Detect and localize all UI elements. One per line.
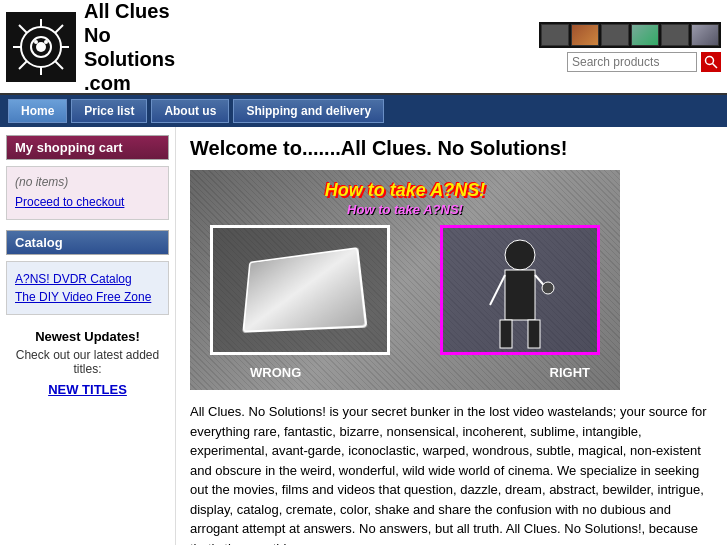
- sidebar-catalog-content: A?NS! DVDR Catalog The DIY Video Free Zo…: [6, 261, 169, 315]
- svg-line-8: [55, 25, 63, 33]
- svg-line-6: [19, 25, 27, 33]
- sidebar-catalog-header: Catalog: [6, 230, 169, 255]
- logo-area: All Clues No Solutions .com: [6, 0, 175, 95]
- dvd-icon: [242, 247, 367, 333]
- svg-rect-20: [500, 320, 512, 348]
- nav-shipping[interactable]: Shipping and delivery: [233, 99, 384, 123]
- catalog-link-dvdr[interactable]: A?NS! DVDR Catalog: [15, 272, 160, 286]
- svg-point-15: [505, 240, 535, 270]
- site-logo[interactable]: [6, 12, 76, 82]
- hero-title-bottom: How to take A?NS!: [190, 202, 620, 217]
- svg-line-14: [713, 63, 718, 68]
- svg-line-7: [55, 61, 63, 69]
- nav-about[interactable]: About us: [151, 99, 229, 123]
- site-title: All Clues No Solutions .com: [84, 0, 175, 95]
- page-title: Welcome to.......All Clues. No Solutions…: [190, 137, 713, 160]
- film-cell: [541, 24, 569, 46]
- svg-line-9: [19, 61, 27, 69]
- header-right: [539, 22, 721, 72]
- catalog-link-diy[interactable]: The DIY Video Free Zone: [15, 290, 160, 304]
- hero-image: How to take A?NS! How to take A?NS!: [190, 170, 620, 390]
- newest-title: Newest Updates!: [6, 329, 169, 344]
- search-box-wrap: [567, 52, 721, 72]
- sidebar-cart-header: My shopping cart: [6, 135, 169, 160]
- film-cell: [601, 24, 629, 46]
- svg-point-11: [34, 40, 38, 44]
- film-cell-photo: [691, 24, 719, 46]
- svg-line-17: [490, 275, 505, 305]
- hero-title-top: How to take A?NS!: [190, 180, 620, 201]
- hero-label-right: RIGHT: [550, 365, 590, 380]
- hero-inner: How to take A?NS! How to take A?NS!: [190, 170, 620, 390]
- description-1: All Clues. No Solutions! is your secret …: [190, 402, 713, 545]
- sidebar-catalog-section: Catalog A?NS! DVDR Catalog The DIY Video…: [6, 230, 169, 315]
- search-input[interactable]: [567, 52, 697, 72]
- hero-box-wrong: [210, 225, 390, 355]
- film-cell-photo: [631, 24, 659, 46]
- nav-home[interactable]: Home: [8, 99, 67, 123]
- hero-box-right: [440, 225, 600, 355]
- search-button[interactable]: [701, 52, 721, 72]
- svg-point-13: [706, 56, 714, 64]
- main-layout: My shopping cart (no items) Proceed to c…: [0, 127, 727, 545]
- person-icon: [480, 230, 560, 350]
- main-content: Welcome to.......All Clues. No Solutions…: [175, 127, 727, 545]
- hero-label-wrong: WRONG: [250, 365, 301, 380]
- film-cell: [661, 24, 689, 46]
- new-titles-link[interactable]: NEW TITLES: [48, 382, 127, 397]
- svg-point-10: [36, 42, 46, 52]
- svg-point-19: [542, 282, 554, 294]
- sidebar-cart-section: My shopping cart (no items) Proceed to c…: [6, 135, 169, 220]
- sidebar: My shopping cart (no items) Proceed to c…: [0, 127, 175, 405]
- checkout-link[interactable]: Proceed to checkout: [15, 195, 160, 209]
- newest-subtitle: Check out our latest added titles:: [6, 348, 169, 376]
- sidebar-cart-content: (no items) Proceed to checkout: [6, 166, 169, 220]
- nav-price-list[interactable]: Price list: [71, 99, 147, 123]
- sidebar-newest: Newest Updates! Check out our latest add…: [6, 329, 169, 397]
- nav-bar: Home Price list About us Shipping and de…: [0, 95, 727, 127]
- film-cell-photo: [571, 24, 599, 46]
- svg-rect-21: [528, 320, 540, 348]
- svg-point-12: [44, 40, 48, 44]
- cart-no-items: (no items): [15, 173, 160, 191]
- svg-rect-16: [505, 270, 535, 320]
- film-strip: [539, 22, 721, 48]
- header: All Clues No Solutions .com: [0, 0, 727, 95]
- search-icon: [704, 55, 718, 69]
